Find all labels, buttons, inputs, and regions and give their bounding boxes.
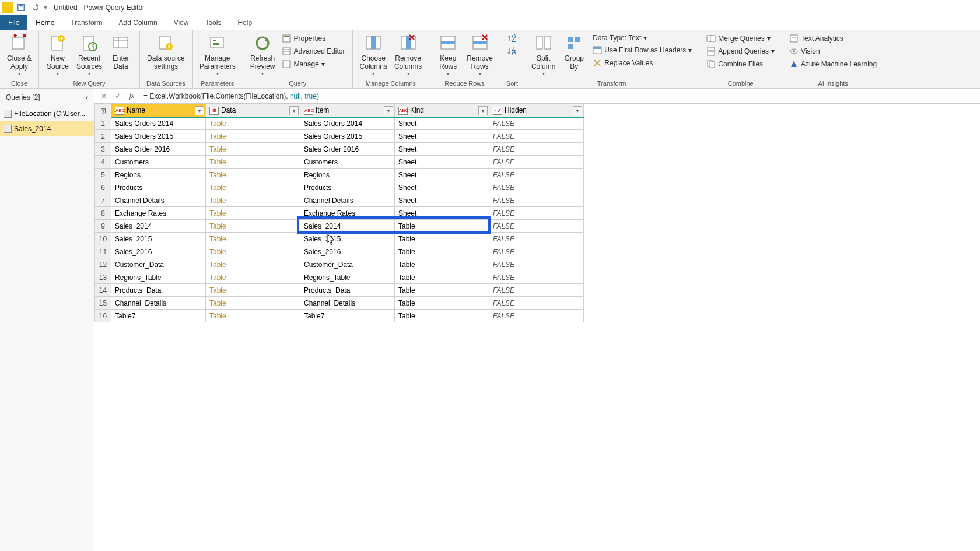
cell-kind[interactable]: Sheet (395, 117, 489, 130)
table-row[interactable]: 16Table7TableTable7TableFALSE (95, 310, 584, 322)
type-icon[interactable]: ABC (304, 107, 313, 115)
remove-columns-button[interactable]: Remove Columns▾ (392, 33, 424, 78)
cell-item[interactable]: Products (300, 181, 395, 194)
cell-kind[interactable]: Table (395, 233, 489, 245)
cell-hidden[interactable]: FALSE (489, 143, 584, 156)
group-by-button[interactable]: Group By (560, 33, 588, 72)
tab-transform[interactable]: Transform (62, 15, 110, 30)
cell-hidden[interactable]: FALSE (489, 271, 584, 284)
table-row[interactable]: 15Channel_DetailsTableChannel_DetailsTab… (95, 297, 584, 310)
cell-data[interactable]: Table (206, 207, 300, 220)
tab-add-column[interactable]: Add Column (111, 15, 166, 30)
row-number[interactable]: 13 (95, 271, 111, 284)
cell-item[interactable]: Channel_Details (300, 297, 395, 310)
cell-kind[interactable]: Table (395, 310, 489, 322)
tab-view[interactable]: View (166, 15, 197, 30)
row-number[interactable]: 6 (95, 181, 111, 194)
cell-item[interactable]: Exchange Rates (300, 207, 395, 220)
cell-name[interactable]: Channel_Details (111, 297, 206, 310)
recent-sources-button[interactable]: Recent Sources▾ (74, 33, 104, 78)
cell-item[interactable]: Channel Details (300, 194, 395, 207)
cell-data[interactable]: Table (206, 271, 300, 284)
commit-formula-button[interactable]: ✓ (111, 89, 125, 103)
keep-rows-button[interactable]: Keep Rows▾ (434, 33, 462, 78)
cell-data[interactable]: Table (206, 310, 300, 322)
cell-hidden[interactable]: FALSE (489, 310, 584, 322)
azure-ml-button[interactable]: Azure Machine Learning (787, 58, 879, 70)
column-header-item[interactable]: ABCItem▾ (300, 104, 395, 117)
close-apply-button[interactable]: Close & Apply▾ (5, 33, 34, 78)
cell-item[interactable]: Sales_2015 (300, 233, 395, 245)
refresh-preview-button[interactable]: Refresh Preview▾ (248, 33, 278, 78)
cell-data[interactable]: Table (206, 143, 300, 156)
cell-item[interactable]: Customers (300, 156, 395, 169)
cell-hidden[interactable]: FALSE (489, 156, 584, 169)
cell-hidden[interactable]: FALSE (489, 220, 584, 233)
row-number[interactable]: 10 (95, 233, 111, 245)
properties-button[interactable]: Properties (279, 33, 347, 44)
filter-dropdown-icon[interactable]: ▾ (384, 106, 393, 115)
first-row-headers-button[interactable]: Use First Row as Headers ▾ (590, 44, 694, 56)
cell-kind[interactable]: Table (395, 284, 489, 297)
filter-dropdown-icon[interactable]: ▾ (289, 106, 299, 115)
cell-hidden[interactable]: FALSE (489, 297, 584, 310)
sort-asc-button[interactable]: AZ (505, 33, 519, 44)
row-number[interactable]: 2 (95, 130, 111, 143)
text-analytics-button[interactable]: Text Analytics (787, 33, 879, 44)
cell-hidden[interactable]: FALSE (489, 194, 584, 207)
cell-name[interactable]: Products_Data (111, 284, 206, 297)
vision-button[interactable]: Vision (787, 45, 879, 57)
type-icon[interactable]: ✓✗ (493, 107, 502, 115)
row-number[interactable]: 7 (95, 194, 111, 207)
cell-name[interactable]: Customer_Data (111, 258, 206, 271)
table-row[interactable]: 2Sales Orders 2015TableSales Orders 2015… (95, 130, 584, 143)
cell-hidden[interactable]: FALSE (489, 207, 584, 220)
column-header-kind[interactable]: ABCKind▾ (395, 104, 489, 117)
cell-kind[interactable]: Sheet (395, 207, 489, 220)
row-number[interactable]: 5 (95, 169, 111, 181)
tab-home[interactable]: Home (27, 15, 62, 30)
cell-name[interactable]: Sales Order 2016 (111, 143, 206, 156)
table-corner[interactable]: ⊞ (95, 104, 111, 117)
cell-hidden[interactable]: FALSE (489, 233, 584, 245)
filter-dropdown-icon[interactable]: ▾ (573, 106, 582, 115)
cell-item[interactable]: Sales_2016 (300, 245, 395, 258)
cancel-formula-button[interactable]: ✕ (97, 89, 111, 103)
undo-button[interactable] (29, 1, 41, 14)
cell-hidden[interactable]: FALSE (489, 258, 584, 271)
row-number[interactable]: 8 (95, 207, 111, 220)
cell-data[interactable]: Table (206, 194, 300, 207)
remove-rows-button[interactable]: Remove Rows▾ (464, 33, 495, 78)
type-icon[interactable]: ABC (115, 107, 124, 115)
cell-kind[interactable]: Sheet (395, 143, 489, 156)
table-row[interactable]: 11Sales_2016TableSales_2016TableFALSE (95, 245, 584, 258)
column-header-name[interactable]: ABCName▾ (111, 104, 206, 117)
table-row[interactable]: 5RegionsTableRegionsSheetFALSE (95, 169, 584, 181)
row-number[interactable]: 3 (95, 143, 111, 156)
column-header-hidden[interactable]: ✓✗Hidden▾ (489, 104, 584, 117)
cell-name[interactable]: Sales Orders 2014 (111, 117, 206, 130)
advanced-editor-button[interactable]: Advanced Editor (279, 45, 347, 57)
manage-parameters-button[interactable]: Manage Parameters▾ (197, 33, 238, 78)
column-header-data[interactable]: ⊞Data▾ (206, 104, 300, 117)
cell-data[interactable]: Table (206, 156, 300, 169)
cell-hidden[interactable]: FALSE (489, 169, 584, 181)
cell-kind[interactable]: Table (395, 220, 489, 233)
cell-kind[interactable]: Sheet (395, 156, 489, 169)
row-number[interactable]: 11 (95, 245, 111, 258)
append-queries-button[interactable]: Append Queries ▾ (704, 45, 777, 57)
cell-item[interactable]: Sales Orders 2014 (300, 117, 395, 130)
row-number[interactable]: 12 (95, 258, 111, 271)
cell-name[interactable]: Products (111, 181, 206, 194)
cell-kind[interactable]: Sheet (395, 194, 489, 207)
table-row[interactable]: 9Sales_2014TableSales_2014TableFALSE (95, 220, 584, 233)
cell-item[interactable]: Table7 (300, 310, 395, 322)
cell-data[interactable]: Table (206, 245, 300, 258)
sort-desc-button[interactable]: ZA (505, 45, 519, 57)
cell-hidden[interactable]: FALSE (489, 245, 584, 258)
cell-item[interactable]: Sales Orders 2015 (300, 130, 395, 143)
tab-help[interactable]: Help (229, 15, 260, 30)
enter-data-button[interactable]: Enter Data (107, 33, 135, 72)
data-source-settings-button[interactable]: Data source settings (145, 33, 187, 72)
cell-item[interactable]: Sales Order 2016 (300, 143, 395, 156)
